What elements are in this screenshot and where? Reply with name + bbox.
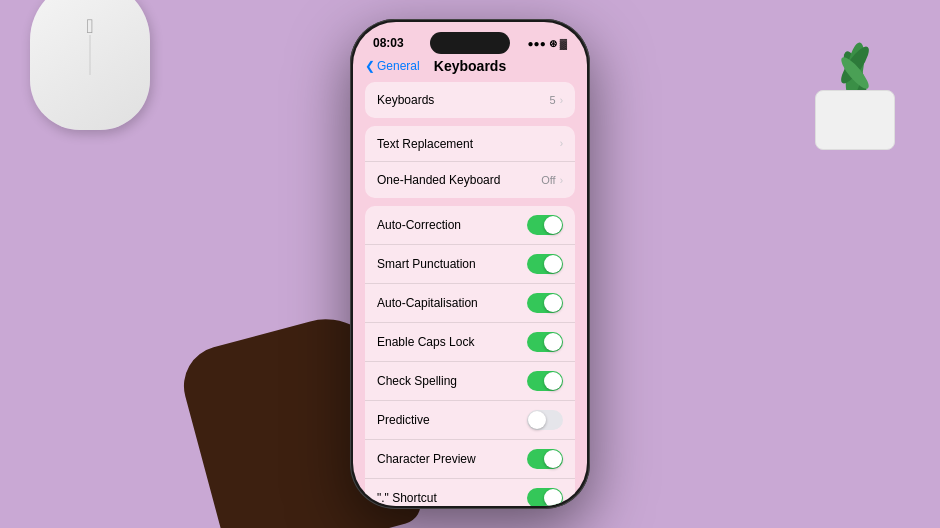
auto-correction-label: Auto-Correction	[377, 218, 461, 232]
predictive-knob	[528, 411, 546, 429]
back-label: General	[377, 59, 420, 73]
character-preview-row[interactable]: Character Preview	[365, 440, 575, 479]
text-replacement-right: ›	[560, 138, 563, 149]
mouse-line	[90, 35, 91, 75]
keyboards-chevron-icon: ›	[560, 95, 563, 106]
iphone-device: 08:03 ●●● ⊛ ▓ ❮ General Keyboards Keyboa…	[350, 19, 590, 509]
plant-pot	[815, 90, 895, 150]
one-handed-right: Off ›	[541, 174, 563, 186]
smart-punctuation-label: Smart Punctuation	[377, 257, 476, 271]
auto-correction-toggle[interactable]	[527, 215, 563, 235]
character-preview-toggle[interactable]	[527, 449, 563, 469]
smart-punctuation-row[interactable]: Smart Punctuation	[365, 245, 575, 284]
auto-capitalisation-row[interactable]: Auto-Capitalisation	[365, 284, 575, 323]
status-time: 08:03	[373, 36, 404, 50]
caps-lock-row[interactable]: Enable Caps Lock	[365, 323, 575, 362]
shortcut-toggle[interactable]	[527, 488, 563, 506]
toggles-group: Auto-Correction Smart Punctuation Auto-C…	[365, 206, 575, 506]
settings-content: Keyboards 5 › Text Replacement › One-Han…	[353, 82, 587, 506]
status-icons: ●●● ⊛ ▓	[528, 38, 567, 49]
wifi-icon: ⊛	[549, 38, 557, 49]
plant-decoration	[790, 0, 920, 150]
check-spelling-toggle[interactable]	[527, 371, 563, 391]
text-replacement-chevron-icon: ›	[560, 138, 563, 149]
battery-icon: ▓	[560, 38, 567, 49]
predictive-label: Predictive	[377, 413, 430, 427]
keyboards-count: 5	[550, 94, 556, 106]
shortcut-row[interactable]: "." Shortcut	[365, 479, 575, 506]
iphone-screen: 08:03 ●●● ⊛ ▓ ❮ General Keyboards Keyboa…	[353, 22, 587, 506]
one-handed-chevron-icon: ›	[560, 175, 563, 186]
auto-capitalisation-knob	[544, 294, 562, 312]
character-preview-knob	[544, 450, 562, 468]
one-handed-row[interactable]: One-Handed Keyboard Off ›	[365, 162, 575, 198]
caps-lock-toggle[interactable]	[527, 332, 563, 352]
smart-punctuation-toggle[interactable]	[527, 254, 563, 274]
magic-mouse: 	[30, 0, 190, 140]
auto-capitalisation-label: Auto-Capitalisation	[377, 296, 478, 310]
caps-lock-label: Enable Caps Lock	[377, 335, 474, 349]
back-chevron-icon: ❮	[365, 59, 375, 73]
nav-title: Keyboards	[434, 58, 506, 74]
keyboards-group: Keyboards 5 ›	[365, 82, 575, 118]
dynamic-island	[430, 32, 510, 54]
check-spelling-knob	[544, 372, 562, 390]
keyboards-label: Keyboards	[377, 93, 434, 107]
auto-correction-row[interactable]: Auto-Correction	[365, 206, 575, 245]
text-replacement-label: Text Replacement	[377, 137, 473, 151]
one-handed-value: Off	[541, 174, 555, 186]
character-preview-label: Character Preview	[377, 452, 476, 466]
shortcut-knob	[544, 489, 562, 506]
back-button[interactable]: ❮ General	[365, 59, 420, 73]
text-replacement-row[interactable]: Text Replacement ›	[365, 126, 575, 162]
signal-icon: ●●●	[528, 38, 546, 49]
shortcut-label: "." Shortcut	[377, 491, 437, 505]
caps-lock-knob	[544, 333, 562, 351]
keyboards-right: 5 ›	[550, 94, 563, 106]
nav-bar: ❮ General Keyboards	[353, 54, 587, 82]
replacement-group: Text Replacement › One-Handed Keyboard O…	[365, 126, 575, 198]
smart-punctuation-knob	[544, 255, 562, 273]
check-spelling-row[interactable]: Check Spelling	[365, 362, 575, 401]
keyboards-row[interactable]: Keyboards 5 ›	[365, 82, 575, 118]
mouse-body: 	[30, 0, 150, 130]
plant-leaves	[820, 15, 890, 95]
check-spelling-label: Check Spelling	[377, 374, 457, 388]
auto-capitalisation-toggle[interactable]	[527, 293, 563, 313]
predictive-toggle[interactable]	[527, 410, 563, 430]
one-handed-label: One-Handed Keyboard	[377, 173, 500, 187]
auto-correction-knob	[544, 216, 562, 234]
predictive-row[interactable]: Predictive	[365, 401, 575, 440]
